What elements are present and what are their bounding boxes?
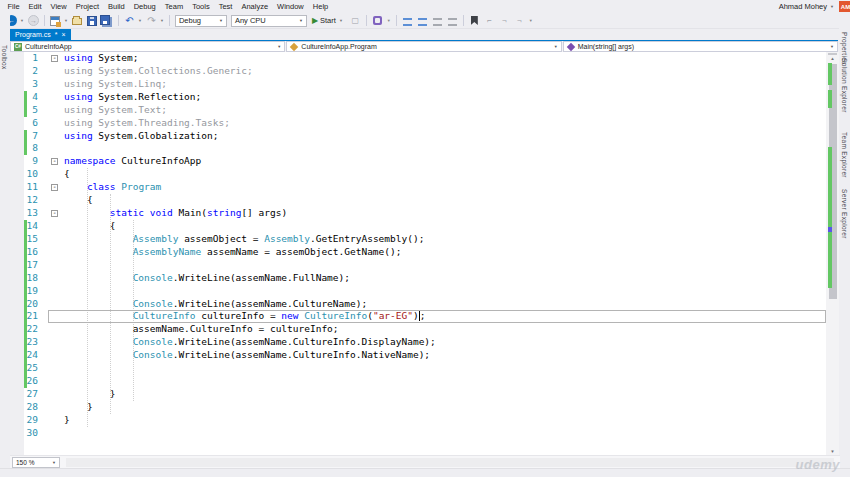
show-next-statement-button[interactable]: ▢ — [349, 14, 362, 27]
code-line-16[interactable]: 16 AssemblyName assemName = assemObject.… — [10, 246, 826, 259]
navigate-definition-button[interactable] — [416, 14, 429, 27]
fold-margin[interactable]: - — [48, 52, 64, 65]
code-line-24[interactable]: 24 Console.WriteLine(assemName.CultureIn… — [10, 349, 826, 362]
scroll-down-icon[interactable]: ▼ — [826, 449, 839, 454]
start-debug-button[interactable]: ▶ Start ▼ — [312, 16, 345, 25]
code-line-2[interactable]: 2using System.Collections.Generic; — [10, 65, 826, 78]
collapse-icon[interactable]: - — [51, 158, 58, 165]
sidebar-tab-solution-explorer[interactable]: Solution Explorer — [841, 58, 848, 113]
chevron-down-icon[interactable]: ▼ — [160, 18, 164, 23]
close-icon[interactable]: × — [62, 31, 66, 38]
save-all-button[interactable] — [101, 14, 114, 27]
toggle-bookmark-button[interactable] — [468, 14, 481, 27]
menu-window[interactable]: Window — [273, 0, 309, 13]
code-editor[interactable]: 1-using System;2using System.Collections… — [10, 52, 826, 455]
collapse-icon[interactable]: - — [51, 210, 58, 217]
code-line-10[interactable]: 10{ — [10, 168, 826, 181]
menu-test[interactable]: Test — [214, 0, 237, 13]
code-line-26[interactable]: 26 — [10, 375, 826, 388]
toolbar-overflow-button[interactable]: ▼ — [529, 19, 533, 22]
menu-build[interactable]: Build — [104, 0, 130, 13]
code-text: using System.Text; — [64, 104, 826, 117]
menu-debug[interactable]: Debug — [129, 0, 160, 13]
open-file-button[interactable] — [71, 14, 84, 27]
new-project-button[interactable] — [49, 14, 62, 27]
avatar[interactable]: AM — [839, 1, 850, 12]
fold-margin[interactable]: - — [48, 155, 64, 168]
chevron-down-icon[interactable]: ▼ — [138, 18, 142, 23]
next-bookmark-button[interactable]: ¬ — [498, 14, 511, 27]
toolbar-overflow-button[interactable]: ▼ — [387, 19, 391, 22]
scroll-up-icon[interactable]: ▲ — [826, 56, 839, 61]
tab-program-cs[interactable]: Program.cs * × — [10, 29, 71, 40]
code-line-6[interactable]: 6using System.Threading.Tasks; — [10, 117, 826, 130]
sidebar-tab-toolbox[interactable]: Toolbox — [1, 45, 8, 70]
member-dropdown[interactable]: Main(string[] args) ▼ — [563, 41, 838, 52]
code-line-3[interactable]: 3using System.Linq; — [10, 78, 826, 91]
menu-analyze[interactable]: Analyze — [237, 0, 273, 13]
menu-file[interactable]: File — [3, 0, 24, 13]
code-line-21[interactable]: 21 CultureInfo cultureInfo = new Culture… — [10, 310, 826, 323]
attach-process-button[interactable] — [371, 14, 384, 27]
code-line-12[interactable]: 12 { — [10, 194, 826, 207]
type-dropdown[interactable]: CultureInfoApp.Program ▼ — [286, 41, 561, 52]
code-line-8[interactable]: 8 — [10, 142, 826, 155]
fold-margin[interactable]: - — [48, 181, 64, 194]
code-line-11[interactable]: 11- class Program — [10, 181, 826, 194]
code-line-5[interactable]: 5using System.Text; — [10, 104, 826, 117]
code-line-17[interactable]: 17 — [10, 259, 826, 272]
prev-bookmark-button[interactable]: ⌐ — [483, 14, 496, 27]
menu-edit[interactable]: Edit — [24, 0, 46, 13]
find-symbol-button[interactable] — [401, 14, 414, 27]
code-line-27[interactable]: 27 } — [10, 388, 826, 401]
code-line-25[interactable]: 25 — [10, 362, 826, 375]
code-line-22[interactable]: 22 assemName.CultureInfo = cultureInfo; — [10, 323, 826, 336]
uncomment-button[interactable] — [446, 14, 459, 27]
code-line-1[interactable]: 1-using System; — [10, 52, 826, 65]
line-content: using System.Threading.Tasks; — [48, 117, 826, 130]
solution-configuration-dropdown[interactable]: Debug ▼ — [175, 15, 227, 27]
code-line-13[interactable]: 13- static void Main(string[] args) — [10, 207, 826, 220]
code-lines[interactable]: 1-using System;2using System.Collections… — [10, 52, 826, 440]
fold-margin — [48, 233, 64, 246]
redo-button[interactable]: ↷ — [145, 14, 158, 27]
save-button[interactable] — [86, 14, 99, 27]
sidebar-tab-team-explorer[interactable]: Team Explorer — [841, 132, 848, 178]
menu-team[interactable]: Team — [160, 0, 187, 13]
code-line-29[interactable]: 29} — [10, 414, 826, 427]
code-line-18[interactable]: 18 Console.WriteLine(assemName.FullName)… — [10, 272, 826, 285]
menu-tools[interactable]: Tools — [188, 0, 215, 13]
collapse-icon[interactable]: - — [51, 55, 58, 62]
menu-project[interactable]: Project — [71, 0, 103, 13]
chevron-down-icon[interactable]: ▼ — [20, 18, 24, 23]
collapse-icon[interactable]: - — [51, 184, 58, 191]
navigate-forward-button[interactable]: → — [27, 14, 40, 27]
code-line-4[interactable]: 4using System.Reflection; — [10, 91, 826, 104]
sidebar-tab-server-explorer[interactable]: Server Explorer — [841, 189, 848, 239]
account-button[interactable]: Ahmad Mohey ▼ — [779, 0, 834, 13]
solution-platform-dropdown[interactable]: Any CPU ▼ — [231, 15, 307, 27]
code-line-23[interactable]: 23 Console.WriteLine(assemName.CultureIn… — [10, 336, 826, 349]
code-line-30[interactable]: 30 — [10, 427, 826, 440]
code-line-14[interactable]: 14 { — [10, 220, 826, 233]
code-line-15[interactable]: 15 Assembly assemObject = Assembly.GetEn… — [10, 233, 826, 246]
menu-view[interactable]: View — [46, 0, 71, 13]
project-dropdown[interactable]: C# CultureInfoApp ▼ — [10, 41, 285, 52]
undo-button[interactable]: ↶ — [123, 14, 136, 27]
comment-button[interactable] — [431, 14, 444, 27]
chevron-down-icon[interactable]: ▼ — [64, 18, 68, 23]
code-line-28[interactable]: 28 } — [10, 401, 826, 414]
zoom-value: 150 % — [16, 459, 34, 466]
vertical-scrollbar[interactable]: ▲ ▼ — [826, 52, 839, 455]
clear-bookmarks-button[interactable]: ¬ — [513, 14, 526, 27]
editor-zoom-dropdown[interactable]: 150 % ▼ — [12, 457, 60, 468]
splitter-grip[interactable] — [828, 53, 837, 55]
horizontal-scrollbar-thumb[interactable] — [66, 458, 834, 467]
code-line-9[interactable]: 9-namespace CultureInfoApp — [10, 155, 826, 168]
chevron-down-icon: ▼ — [219, 18, 223, 23]
code-line-19[interactable]: 19 — [10, 285, 826, 298]
code-line-7[interactable]: 7using System.Globalization; — [10, 130, 826, 143]
menu-help[interactable]: Help — [308, 0, 332, 13]
code-line-20[interactable]: 20 Console.WriteLine(assemName.CultureNa… — [10, 298, 826, 311]
fold-margin[interactable]: - — [48, 207, 64, 220]
